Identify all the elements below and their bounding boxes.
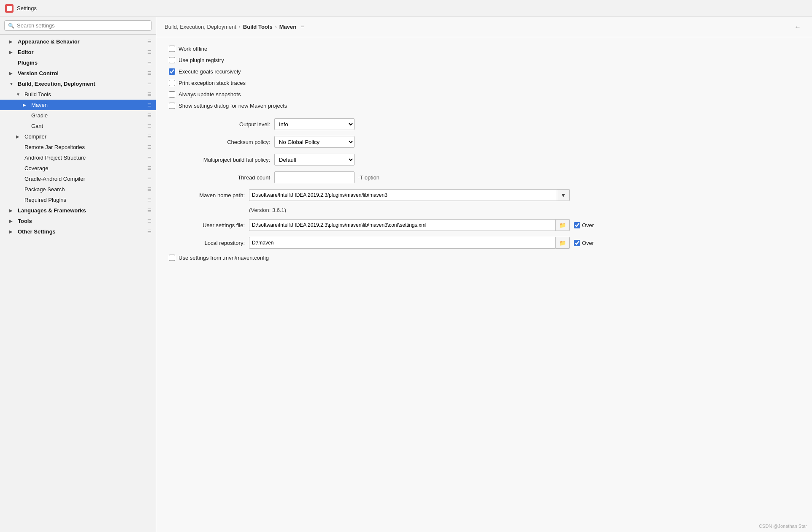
settings-icon: ☰ [147,218,152,224]
search-input-wrap[interactable]: 🔍 [4,20,152,31]
user-settings-browse-btn[interactable]: 📁 [556,219,570,231]
sidebar-item-gant[interactable]: Gant ☰ [0,121,156,131]
search-icon: 🔍 [8,23,14,29]
use-settings-mvn-checkbox[interactable] [169,255,175,261]
settings-icon: ☰ [147,39,152,44]
maven-version-text: (Version: 3.6.1) [249,207,799,213]
breadcrumb-sep1: › [239,24,241,30]
app-icon [5,4,14,13]
checkbox-execute-goals: Execute goals recursively [169,68,799,75]
sidebar-item-maven[interactable]: ▶ Maven ☰ [0,100,156,110]
sidebar-item-plugins[interactable]: Plugins ☰ [0,57,156,68]
settings-window: Settings 🔍 ▶ Appearance & Behavior ☰ [0,0,812,532]
user-settings-input-wrap: 📁 [249,219,570,231]
user-settings-override-label[interactable]: Over [582,222,594,228]
settings-icon: ☰ [147,176,152,182]
local-repository-row: Local repository: 📁 Over [169,237,799,249]
print-exception-checkbox[interactable] [169,80,175,86]
execute-goals-checkbox[interactable] [169,68,175,75]
main-content: 🔍 ▶ Appearance & Behavior ☰ ▶ Editor ☰ [0,17,812,532]
local-repo-override-label[interactable]: Over [582,240,594,246]
back-button[interactable]: ← [792,22,804,32]
sidebar-item-coverage[interactable]: Coverage ☰ [0,163,156,174]
checkbox-use-plugin-registry: Use plugin registry [169,57,799,63]
search-input[interactable] [17,22,148,29]
sidebar-item-label: Editor [18,49,146,55]
multiproject-fail-control: Default Fail at end Never fail Fail fast [274,154,355,166]
search-box: 🔍 [0,17,156,35]
always-update-checkbox[interactable] [169,91,175,98]
sidebar-item-other-settings[interactable]: ▶ Other Settings ☰ [0,226,156,237]
arrow-icon: ▶ [16,134,23,139]
sidebar-item-build-exec-deploy[interactable]: ▼ Build, Execution, Deployment ☰ [0,79,156,89]
sidebar-item-label: Package Search [24,186,146,193]
settings-icon: ☰ [147,229,152,234]
show-settings-label[interactable]: Show settings dialog for new Maven proje… [179,103,287,109]
settings-content: Work offline Use plugin registry Execute… [156,37,812,532]
sidebar-item-gradle-android[interactable]: Gradle-Android Compiler ☰ [0,174,156,184]
local-repo-override-checkbox[interactable] [574,240,580,246]
sidebar-item-compiler[interactable]: ▶ Compiler ☰ [0,131,156,142]
sidebar-item-label: Version Control [18,70,146,76]
maven-home-label: Maven home path: [169,192,245,198]
arrow-icon: ▶ [9,50,16,54]
sidebar-item-label: Required Plugins [24,197,146,203]
work-offline-label[interactable]: Work offline [179,46,207,52]
checkbox-work-offline: Work offline [169,46,799,52]
arrow-icon [23,124,30,128]
sidebar-item-gradle[interactable]: Gradle ☰ [0,110,156,121]
arrow-icon: ▶ [9,208,16,213]
sidebar-item-package-search[interactable]: Package Search ☰ [0,184,156,195]
use-plugin-registry-checkbox[interactable] [169,57,175,63]
user-settings-label: User settings file: [169,222,245,228]
sidebar-item-label: Appearance & Behavior [18,38,146,45]
settings-icon: ☰ [147,102,152,108]
checkbox-print-exception: Print exception stack traces [169,80,799,86]
user-settings-input[interactable] [249,219,556,231]
thread-count-input[interactable] [274,171,355,183]
sidebar-item-tools[interactable]: ▶ Tools ☰ [0,216,156,226]
local-repo-label: Local repository: [169,240,245,246]
sidebar-item-required-plugins[interactable]: Required Plugins ☰ [0,195,156,205]
settings-icon: ☰ [147,197,152,203]
work-offline-checkbox[interactable] [169,46,175,52]
thread-count-label: Thread count [169,174,270,181]
arrow-icon [16,166,23,171]
arrow-icon [16,176,23,181]
user-settings-override-checkbox[interactable] [574,222,580,228]
maven-home-path-row: Maven home path: ▼ [169,189,799,201]
sidebar-item-label: Android Project Structure [24,155,146,161]
watermark: CSDN @Jonathan Star [759,524,807,529]
sidebar-item-label: Gant [31,123,146,129]
sidebar-item-label: Coverage [24,165,146,171]
sidebar-item-remote-jar[interactable]: Remote Jar Repositories ☰ [0,142,156,152]
sidebar-item-version-control[interactable]: ▶ Version Control ☰ [0,68,156,79]
local-repo-browse-btn[interactable]: 📁 [556,237,570,249]
sidebar-item-android-project[interactable]: Android Project Structure ☰ [0,152,156,163]
thread-count-row: Thread count -T option [169,171,799,183]
settings-icon: ☰ [147,81,152,87]
settings-icon: ☰ [147,92,152,97]
execute-goals-label[interactable]: Execute goals recursively [179,68,241,75]
checkbox-use-settings-mvn: Use settings from .mvn/maven.config [169,255,799,261]
output-level-row: Output level: Info Debug Error Warning [169,118,799,130]
local-repo-input-wrap: 📁 [249,237,570,249]
sidebar-item-label: Plugins [18,60,146,66]
always-update-label[interactable]: Always update snapshots [179,91,241,98]
show-settings-checkbox[interactable] [169,103,175,109]
print-exception-label[interactable]: Print exception stack traces [179,80,246,86]
maven-home-browse-btn[interactable]: ▼ [557,189,570,201]
arrow-icon: ▶ [9,39,16,44]
multiproject-fail-select[interactable]: Default Fail at end Never fail Fail fast [274,154,355,166]
local-repo-input[interactable] [249,237,556,249]
use-plugin-registry-label[interactable]: Use plugin registry [179,57,224,63]
settings-icon: ☰ [147,166,152,171]
sidebar-item-build-tools[interactable]: ▼ Build Tools ☰ [0,89,156,100]
sidebar-item-editor[interactable]: ▶ Editor ☰ [0,47,156,57]
output-level-select[interactable]: Info Debug Error Warning [274,118,355,130]
maven-home-input[interactable] [249,189,557,201]
sidebar-item-languages[interactable]: ▶ Languages & Frameworks ☰ [0,205,156,216]
use-settings-mvn-label[interactable]: Use settings from .mvn/maven.config [179,255,269,261]
checksum-policy-select[interactable]: No Global Policy Warn Fail Ignore [274,136,355,148]
sidebar-item-appearance[interactable]: ▶ Appearance & Behavior ☰ [0,36,156,47]
